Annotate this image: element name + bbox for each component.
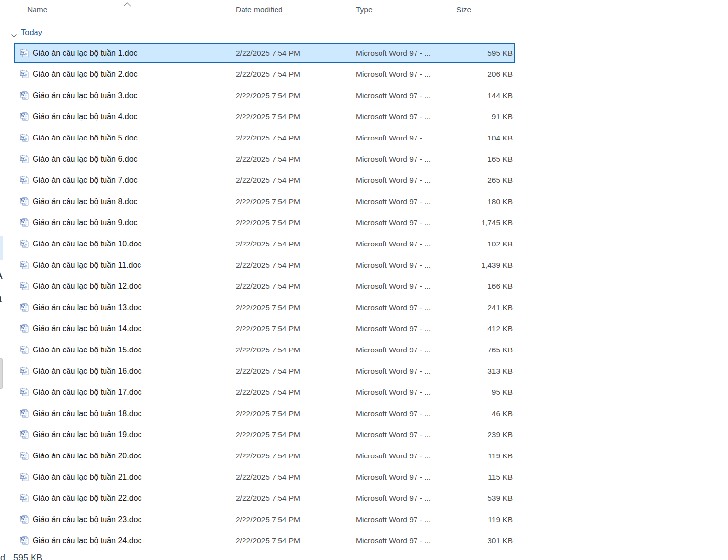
file-name: Giáo án câu lạc bộ tuần 1.doc xyxy=(33,42,138,64)
status-selected-size: 595 KB xyxy=(13,553,42,560)
file-type: Microsoft Word 97 - ... xyxy=(356,233,431,254)
file-size: 180 KB xyxy=(449,191,513,212)
file-row[interactable]: W Giáo án câu lạc bộ tuần 21.doc 2/22/20… xyxy=(5,466,516,488)
file-row[interactable]: W Giáo án câu lạc bộ tuần 5.doc 2/22/202… xyxy=(5,127,516,148)
word-document-icon: W xyxy=(20,154,29,164)
file-row[interactable]: W Giáo án câu lạc bộ tuần 24.doc 2/22/20… xyxy=(5,530,516,551)
file-type: Microsoft Word 97 - ... xyxy=(356,191,431,212)
file-row[interactable]: W Giáo án câu lạc bộ tuần 13.doc 2/22/20… xyxy=(5,297,516,318)
file-date-modified: 2/22/2025 7:54 PM xyxy=(236,339,300,360)
file-size: 1,745 KB xyxy=(449,212,513,233)
file-date-modified: 2/22/2025 7:54 PM xyxy=(236,297,300,318)
word-document-icon: W xyxy=(20,218,29,227)
file-size: 119 KB xyxy=(449,509,513,530)
file-size: 313 KB xyxy=(449,360,513,382)
chevron-down-icon[interactable] xyxy=(10,31,18,40)
file-name: Giáo án câu lạc bộ tuần 2.doc xyxy=(33,64,138,85)
file-name: Giáo án câu lạc bộ tuần 12.doc xyxy=(33,276,142,297)
file-name: Giáo án câu lạc bộ tuần 19.doc xyxy=(33,424,142,445)
column-header-size[interactable]: Size xyxy=(456,5,471,14)
file-date-modified: 2/22/2025 7:54 PM xyxy=(236,85,300,106)
column-header-name[interactable]: Name xyxy=(27,5,47,14)
file-row[interactable]: W Giáo án câu lạc bộ tuần 12.doc 2/22/20… xyxy=(5,276,516,297)
file-row[interactable]: W Giáo án câu lạc bộ tuần 2.doc 2/22/202… xyxy=(5,64,516,85)
file-type: Microsoft Word 97 - ... xyxy=(356,360,431,382)
file-size: 765 KB xyxy=(449,339,513,360)
file-name: Giáo án câu lạc bộ tuần 6.doc xyxy=(33,148,138,170)
status-clipped-text: d xyxy=(0,553,5,560)
column-divider[interactable] xyxy=(351,0,351,17)
file-row[interactable]: W Giáo án câu lạc bộ tuần 9.doc 2/22/202… xyxy=(5,212,516,233)
left-edge-partial-char-1: A xyxy=(0,269,3,281)
file-type: Microsoft Word 97 - ... xyxy=(356,318,431,339)
file-name: Giáo án câu lạc bộ tuần 3.doc xyxy=(33,85,138,106)
file-row[interactable]: W Giáo án câu lạc bộ tuần 10.doc 2/22/20… xyxy=(5,233,516,254)
file-row[interactable]: W Giáo án câu lạc bộ tuần 18.doc 2/22/20… xyxy=(5,403,516,424)
file-name: Giáo án câu lạc bộ tuần 9.doc xyxy=(33,212,138,233)
file-row[interactable]: W Giáo án câu lạc bộ tuần 19.doc 2/22/20… xyxy=(5,424,516,445)
column-divider[interactable] xyxy=(513,0,513,17)
file-type: Microsoft Word 97 - ... xyxy=(356,382,431,403)
file-size: 144 KB xyxy=(449,85,513,106)
file-name: Giáo án câu lạc bộ tuần 20.doc xyxy=(33,445,142,466)
file-row[interactable]: W Giáo án câu lạc bộ tuần 7.doc 2/22/202… xyxy=(5,170,516,191)
file-date-modified: 2/22/2025 7:54 PM xyxy=(236,530,300,551)
word-document-icon: W xyxy=(20,430,29,439)
file-date-modified: 2/22/2025 7:54 PM xyxy=(236,382,300,403)
file-size: 1,439 KB xyxy=(449,254,513,276)
word-document-icon: W xyxy=(20,324,29,333)
file-type: Microsoft Word 97 - ... xyxy=(356,445,431,466)
file-type: Microsoft Word 97 - ... xyxy=(356,127,431,148)
group-label: Today xyxy=(21,28,42,37)
file-row[interactable]: W Giáo án câu lạc bộ tuần 8.doc 2/22/202… xyxy=(5,191,516,212)
word-document-icon: W xyxy=(20,536,29,545)
sort-ascending-chevron-icon xyxy=(122,0,132,9)
file-type: Microsoft Word 97 - ... xyxy=(356,424,431,445)
file-row[interactable]: W Giáo án câu lạc bộ tuần 6.doc 2/22/202… xyxy=(5,148,516,170)
file-size: 104 KB xyxy=(449,127,513,148)
file-row[interactable]: W Giáo án câu lạc bộ tuần 14.doc 2/22/20… xyxy=(5,318,516,339)
word-document-icon: W xyxy=(20,345,29,354)
left-pane-divider xyxy=(4,0,4,560)
file-size: 241 KB xyxy=(449,297,513,318)
file-row[interactable]: W Giáo án câu lạc bộ tuần 16.doc 2/22/20… xyxy=(5,360,516,382)
file-date-modified: 2/22/2025 7:54 PM xyxy=(236,424,300,445)
file-row[interactable]: W Giáo án câu lạc bộ tuần 20.doc 2/22/20… xyxy=(5,445,516,466)
column-divider[interactable] xyxy=(451,0,451,17)
file-row[interactable]: W Giáo án câu lạc bộ tuần 23.doc 2/22/20… xyxy=(5,509,516,530)
file-date-modified: 2/22/2025 7:54 PM xyxy=(236,191,300,212)
file-size: 165 KB xyxy=(449,148,513,170)
file-size: 102 KB xyxy=(449,233,513,254)
file-size: 301 KB xyxy=(449,530,513,551)
file-size: 91 KB xyxy=(449,106,513,127)
file-date-modified: 2/22/2025 7:54 PM xyxy=(236,509,300,530)
word-document-icon: W xyxy=(20,91,29,100)
file-name: Giáo án câu lạc bộ tuần 23.doc xyxy=(33,509,142,530)
file-date-modified: 2/22/2025 7:54 PM xyxy=(236,106,300,127)
file-row[interactable]: W Giáo án câu lạc bộ tuần 4.doc 2/22/202… xyxy=(5,106,516,127)
file-size: 412 KB xyxy=(449,318,513,339)
column-header-date-modified[interactable]: Date modified xyxy=(236,5,283,14)
file-size: 119 KB xyxy=(449,445,513,466)
file-row[interactable]: W Giáo án câu lạc bộ tuần 22.doc 2/22/20… xyxy=(5,488,516,509)
status-bar: d 595 KB xyxy=(0,552,728,560)
column-header-type[interactable]: Type xyxy=(356,5,373,14)
file-row[interactable]: W Giáo án câu lạc bộ tuần 1.doc 2/22/202… xyxy=(5,42,516,64)
word-document-icon: W xyxy=(20,48,29,58)
column-divider[interactable] xyxy=(230,0,230,17)
file-type: Microsoft Word 97 - ... xyxy=(356,339,431,360)
file-date-modified: 2/22/2025 7:54 PM xyxy=(236,403,300,424)
file-name: Giáo án câu lạc bộ tuần 13.doc xyxy=(33,297,142,318)
file-name: Giáo án câu lạc bộ tuần 7.doc xyxy=(33,170,138,191)
file-name: Giáo án câu lạc bộ tuần 21.doc xyxy=(33,466,142,488)
file-row[interactable]: W Giáo án câu lạc bộ tuần 3.doc 2/22/202… xyxy=(5,85,516,106)
file-size: 95 KB xyxy=(449,382,513,403)
file-row[interactable]: W Giáo án câu lạc bộ tuần 11.doc 2/22/20… xyxy=(5,254,516,276)
file-row[interactable]: W Giáo án câu lạc bộ tuần 17.doc 2/22/20… xyxy=(5,382,516,403)
file-row[interactable]: W Giáo án câu lạc bộ tuần 15.doc 2/22/20… xyxy=(5,339,516,360)
file-type: Microsoft Word 97 - ... xyxy=(356,530,431,551)
file-name: Giáo án câu lạc bộ tuần 22.doc xyxy=(33,488,142,509)
word-document-icon: W xyxy=(20,366,29,376)
file-name: Giáo án câu lạc bộ tuần 4.doc xyxy=(33,106,138,127)
file-type: Microsoft Word 97 - ... xyxy=(356,276,431,297)
